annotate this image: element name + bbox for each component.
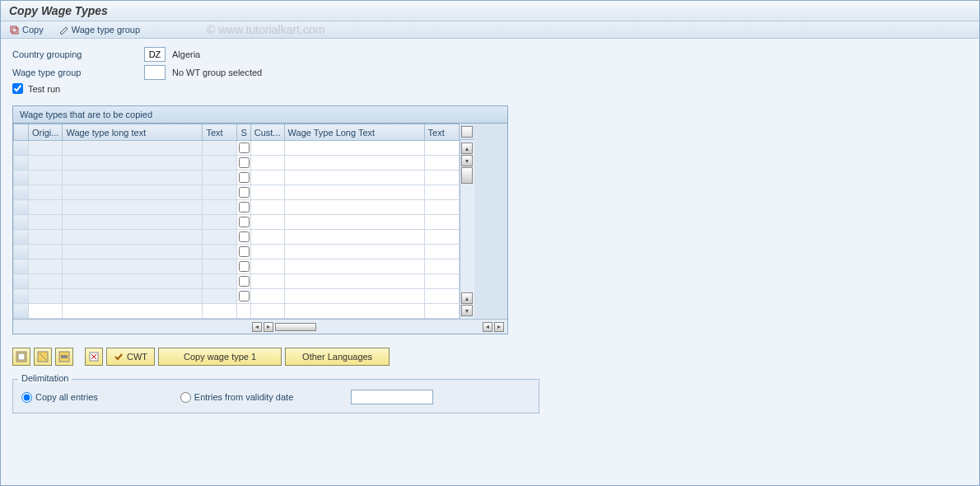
- table-row[interactable]: [14, 245, 460, 259]
- column-cust[interactable]: Cust...: [250, 124, 284, 141]
- test-run-checkbox[interactable]: [12, 83, 23, 94]
- column-text-2[interactable]: Text: [424, 124, 459, 141]
- cell-long-text-1[interactable]: [63, 304, 203, 319]
- cell-text-1[interactable]: [203, 156, 237, 171]
- cell-cust[interactable]: [250, 289, 284, 304]
- cell-long-text-1[interactable]: [63, 274, 203, 289]
- table-row[interactable]: [14, 141, 460, 156]
- column-long-text-2[interactable]: Wage Type Long Text: [284, 124, 424, 141]
- cell-s[interactable]: [237, 274, 250, 289]
- hscroll-thumb[interactable]: [275, 323, 316, 331]
- cell-long-text-1[interactable]: [63, 141, 203, 156]
- column-origi[interactable]: Origi...: [29, 124, 63, 141]
- cell-cust[interactable]: [250, 215, 284, 230]
- copy-all-radio[interactable]: [21, 392, 32, 403]
- cell-text-1[interactable]: [203, 259, 237, 274]
- cell-s[interactable]: [237, 289, 250, 304]
- s-checkbox[interactable]: [239, 217, 250, 227]
- cell-origi[interactable]: [29, 274, 63, 289]
- s-checkbox[interactable]: [239, 143, 250, 153]
- cell-origi[interactable]: [29, 200, 63, 215]
- cell-origi[interactable]: [29, 304, 63, 319]
- copy-wage-type-1-button[interactable]: Copy wage type 1: [158, 348, 282, 366]
- cell-origi[interactable]: [29, 171, 63, 185]
- cwt-button[interactable]: CWT: [106, 348, 155, 366]
- table-row[interactable]: [14, 200, 460, 215]
- cell-origi[interactable]: [29, 141, 63, 156]
- cell-text-2[interactable]: [424, 274, 459, 289]
- s-checkbox[interactable]: [239, 231, 250, 242]
- cell-text-2[interactable]: [424, 230, 459, 245]
- cell-text-2[interactable]: [424, 289, 459, 304]
- scroll-page-up-button[interactable]: ▴: [461, 292, 473, 304]
- row-selector[interactable]: [14, 245, 29, 259]
- cell-cust[interactable]: [250, 141, 284, 156]
- s-checkbox[interactable]: [239, 276, 250, 287]
- cell-origi[interactable]: [29, 230, 63, 245]
- cell-s[interactable]: [237, 230, 250, 245]
- cell-origi[interactable]: [29, 259, 63, 274]
- cell-long-text-2[interactable]: [284, 274, 424, 289]
- scroll-page-down-button[interactable]: ▾: [461, 305, 473, 316]
- cell-text-1[interactable]: [203, 171, 237, 185]
- cell-long-text-2[interactable]: [284, 289, 424, 304]
- table-row[interactable]: [14, 230, 460, 245]
- hscroll-right-button[interactable]: ▸: [264, 322, 273, 332]
- s-checkbox[interactable]: [239, 187, 250, 198]
- row-selector[interactable]: [14, 289, 29, 304]
- cell-s[interactable]: [237, 259, 250, 274]
- cell-s[interactable]: [237, 171, 250, 185]
- table-row[interactable]: [14, 185, 460, 200]
- cell-long-text-2[interactable]: [284, 304, 424, 319]
- wage-types-grid[interactable]: Origi... Wage type long text Text S Cust…: [13, 124, 460, 319]
- scroll-thumb[interactable]: [461, 167, 473, 184]
- cell-long-text-1[interactable]: [63, 289, 203, 304]
- cell-long-text-2[interactable]: [284, 230, 424, 245]
- copy-all-radio-item[interactable]: Copy all entries: [21, 392, 98, 403]
- horizontal-scrollbar-left[interactable]: ◂ ▸: [249, 322, 433, 332]
- country-grouping-input[interactable]: [144, 47, 166, 62]
- cell-long-text-2[interactable]: [284, 185, 424, 200]
- s-checkbox[interactable]: [239, 172, 250, 183]
- vertical-scrollbar[interactable]: ▴ ▾ ▴ ▾: [460, 140, 474, 319]
- table-config-button[interactable]: [460, 124, 474, 140]
- cell-text-2[interactable]: [424, 200, 459, 215]
- cell-cust[interactable]: [250, 304, 284, 319]
- cell-text-1[interactable]: [203, 274, 237, 289]
- cell-long-text-2[interactable]: [284, 156, 424, 171]
- scroll-down-button[interactable]: ▾: [461, 155, 473, 166]
- s-checkbox[interactable]: [239, 202, 250, 213]
- row-selector[interactable]: [14, 259, 29, 274]
- cell-long-text-2[interactable]: [284, 259, 424, 274]
- cell-origi[interactable]: [29, 215, 63, 230]
- cell-cust[interactable]: [250, 259, 284, 274]
- cell-cust[interactable]: [250, 274, 284, 289]
- table-row[interactable]: [14, 289, 460, 304]
- cell-long-text-1[interactable]: [63, 230, 203, 245]
- from-date-radio[interactable]: [180, 392, 191, 403]
- table-row[interactable]: [14, 171, 460, 185]
- table-row[interactable]: [14, 215, 460, 230]
- s-checkbox[interactable]: [239, 157, 250, 168]
- select-block-button[interactable]: [55, 348, 73, 366]
- wage-type-group-input[interactable]: [144, 65, 166, 80]
- row-selector[interactable]: [14, 274, 29, 289]
- row-selector[interactable]: [14, 156, 29, 171]
- hscroll-left-button[interactable]: ◂: [252, 322, 262, 332]
- row-selector[interactable]: [14, 304, 29, 319]
- s-checkbox[interactable]: [239, 261, 250, 272]
- cell-cust[interactable]: [250, 200, 284, 215]
- cell-cust[interactable]: [250, 171, 284, 185]
- cell-cust[interactable]: [250, 230, 284, 245]
- cell-text-2[interactable]: [424, 156, 459, 171]
- cell-text-2[interactable]: [424, 259, 459, 274]
- cell-text-2[interactable]: [424, 215, 459, 230]
- cell-text-1[interactable]: [203, 215, 237, 230]
- table-row[interactable]: [14, 156, 460, 171]
- row-selector[interactable]: [14, 215, 29, 230]
- cell-long-text-1[interactable]: [63, 171, 203, 185]
- cell-text-1[interactable]: [203, 185, 237, 200]
- cell-text-1[interactable]: [203, 141, 237, 156]
- cell-s[interactable]: [237, 156, 250, 171]
- cell-text-2[interactable]: [424, 245, 459, 259]
